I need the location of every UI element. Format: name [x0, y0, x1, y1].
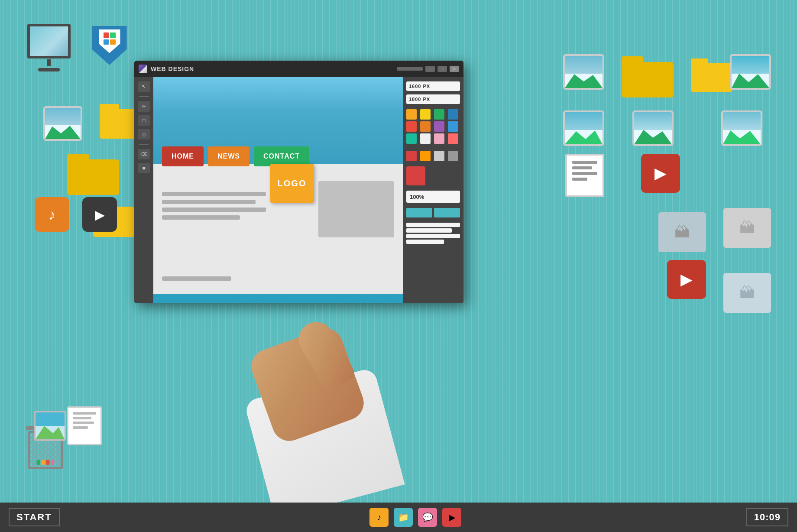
swatch-orange[interactable] [406, 109, 417, 120]
swatch-darkgray[interactable] [448, 151, 458, 161]
main-window: WEB DESIGN — □ ✕ ↖ ✏ □ ◇ ⌫ ■ 1600 PX 180… [134, 61, 463, 303]
desktop-icon-placeholder-1[interactable]: 🏔 [723, 208, 771, 248]
desktop-icon-document-right[interactable] [565, 154, 604, 197]
desktop-icon-image-right-3[interactable] [563, 110, 604, 146]
monitor-screen [27, 24, 71, 58]
desktop-icon-image-right-2[interactable] [730, 54, 771, 90]
taskbar-icon-music[interactable]: ♪ [369, 508, 389, 527]
panel-height-field[interactable]: 1800 PX [406, 94, 460, 104]
desktop-icon-shield[interactable] [89, 22, 130, 69]
teal-swatch-1 [406, 208, 432, 217]
teal-swatch-2 [434, 208, 460, 217]
desktop-icon-play-red-1[interactable]: ▶ [641, 154, 680, 193]
desktop-icon-play-dark[interactable]: ▶ [82, 197, 117, 232]
nav-home[interactable]: HOME [162, 146, 204, 166]
desktop-icon-placeholder-3[interactable]: 🏔 [723, 273, 771, 313]
panel-red-swatch-large[interactable] [406, 166, 425, 185]
hand-sleeve [244, 367, 405, 519]
start-button[interactable]: START [9, 508, 60, 526]
desktop-icon-placeholder-2[interactable]: 🏔 [658, 212, 706, 252]
close-button[interactable]: ✕ [450, 66, 459, 72]
toolbar-square-small[interactable]: ■ [138, 163, 150, 173]
panel-width-field[interactable]: 1600 PX [406, 81, 460, 91]
shield-quad-blue [104, 39, 109, 45]
panel-white-bars [406, 223, 460, 244]
trash-color-pink [51, 460, 55, 465]
window-canvas: HOME NEWS CONTACT LOGO [153, 77, 403, 303]
canvas-footer [153, 294, 403, 303]
taskbar-icon-folder[interactable]: 📁 [394, 508, 413, 527]
logo-sticker[interactable]: LOGO [270, 164, 314, 203]
swatch-orange2[interactable] [420, 121, 431, 132]
toolbar-rect[interactable]: □ [138, 115, 150, 126]
minimize-button[interactable]: — [425, 66, 435, 72]
desktop-icon-folder-2[interactable] [67, 154, 119, 195]
desktop-icon-document[interactable] [67, 406, 102, 445]
taskbar-icon-chat[interactable]: 💬 [418, 508, 437, 527]
desktop-icon-image-right-5[interactable] [721, 110, 762, 146]
white-bar-3 [406, 234, 460, 238]
swatch-white[interactable] [420, 133, 431, 144]
swatch-green[interactable] [434, 109, 444, 120]
taskbar: START ♪ 📁 💬 ▶ 10:09 [0, 503, 797, 532]
window-controls: — □ ✕ [397, 66, 459, 72]
trash-color-red [46, 460, 50, 465]
swatch-salmon[interactable] [448, 133, 458, 144]
shield-quad-green [110, 32, 116, 38]
panel-color-grid [406, 109, 460, 144]
window-left-toolbar: ↖ ✏ □ ◇ ⌫ ■ [134, 77, 153, 303]
shield-inner [99, 29, 120, 53]
content-lines-left [162, 192, 266, 223]
shield-quad-red [104, 32, 109, 38]
toolbar-pencil[interactable]: ✏ [138, 101, 150, 112]
desktop-icon-folder-right-1[interactable] [622, 56, 674, 97]
swatch-yellow[interactable] [420, 109, 431, 120]
desktop-icon-play-red-2[interactable]: ▶ [667, 260, 706, 299]
swatch-pink[interactable] [434, 133, 444, 144]
window-title: WEB DESIGN [151, 65, 393, 72]
toolbar-diamond[interactable]: ◇ [138, 129, 150, 139]
swatch-amber[interactable] [420, 151, 431, 161]
toolbar-sep-1 [139, 96, 149, 97]
swatch-red[interactable] [406, 121, 417, 132]
shield-shape [92, 26, 127, 65]
panel-zoom[interactable]: 100% [406, 191, 460, 203]
window-titlebar: WEB DESIGN — □ ✕ [134, 61, 463, 77]
window-right-panel: 1600 PX 1800 PX [403, 77, 463, 303]
shield-windows [104, 32, 116, 45]
hand-palm [246, 324, 369, 446]
swatch-gray[interactable] [434, 151, 444, 161]
desktop-icon-music[interactable]: ♪ [35, 197, 69, 232]
toolbar-eraser[interactable]: ⌫ [138, 149, 150, 159]
desktop-icon-folder-right-2[interactable] [691, 58, 732, 92]
swatch-darkred[interactable] [406, 151, 417, 161]
swatch-blue[interactable] [448, 109, 458, 120]
desktop-icon-image-right-1[interactable] [563, 54, 604, 90]
desktop: ♪ ▶ [0, 0, 797, 532]
content-line-bottom [162, 276, 231, 281]
trash-color-green [37, 460, 40, 465]
white-bar-4 [406, 240, 444, 244]
swatch-teal[interactable] [406, 133, 417, 144]
hand-overlay [251, 311, 407, 502]
swatch-purple[interactable] [434, 121, 444, 132]
canvas-gray-block [318, 181, 394, 237]
monitor-base [38, 68, 60, 71]
desktop-icon-monitor[interactable] [24, 24, 74, 71]
desktop-icon-image-1[interactable] [43, 106, 82, 141]
trash-colorful [37, 460, 55, 465]
desktop-icon-image-2[interactable] [34, 411, 66, 441]
shield-quad-yellow [110, 39, 116, 45]
desktop-icon-image-right-4[interactable] [632, 110, 674, 146]
taskbar-icons: ♪ 📁 💬 ▶ [369, 508, 461, 527]
toolbar-select[interactable]: ↖ [138, 81, 150, 92]
maximize-button[interactable]: □ [437, 66, 447, 72]
panel-color-grid-2 [406, 151, 460, 161]
nav-news[interactable]: NEWS [208, 146, 249, 166]
taskbar-time: 10:09 [746, 508, 788, 526]
window-title-icon [139, 65, 147, 73]
white-bar-2 [406, 228, 452, 233]
white-bar-1 [406, 223, 460, 227]
taskbar-icon-play[interactable]: ▶ [442, 508, 461, 527]
swatch-lightblue[interactable] [448, 121, 458, 132]
